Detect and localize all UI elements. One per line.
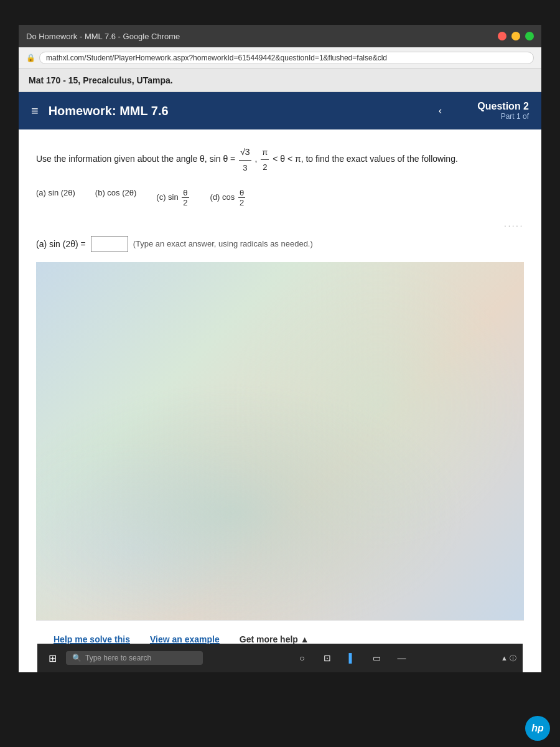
part-c-fraction: θ 2 [182, 188, 189, 207]
chrome-window: Do Homework - MML 7.6 - Google Chrome 🔒 … [19, 25, 541, 672]
close-button[interactable] [498, 32, 506, 40]
pi-fraction: π 2 [261, 145, 269, 175]
taskbar-search-box[interactable]: 🔍 [66, 651, 203, 665]
url-input[interactable]: mathxl.com/Student/PlayerHomework.aspx?h… [39, 52, 534, 64]
taskbar-cortana[interactable]: ○ [292, 648, 312, 668]
title-bar: Do Homework - MML 7.6 - Google Chrome [19, 25, 541, 47]
question-area: Use the information given about the angl… [19, 129, 541, 672]
menu-icon[interactable]: ≡ [31, 104, 39, 118]
start-button[interactable]: ⊞ [44, 649, 61, 667]
parts-row: (a) sin (2θ) (b) cos (2θ) (c) sin θ 2 [36, 188, 524, 207]
answer-label: (a) sin (2θ) = [36, 239, 86, 249]
help-me-solve-button[interactable]: Help me solve this [54, 634, 130, 644]
answer-input[interactable] [91, 236, 128, 252]
pi-num: π [261, 145, 269, 160]
constraint-text: π 2 < θ < π, to find the exact values of… [259, 154, 458, 164]
taskbar-item-2[interactable]: — [392, 648, 412, 668]
homework-header: ≡ Homework: MML 7.6 ‹ Question 2 Part 1 … [19, 92, 541, 129]
sin-fraction: √3 3 [239, 144, 251, 176]
part-d-label: (d) cos θ 2 [210, 188, 247, 207]
question-badge: Question 2 Part 1 of [477, 101, 529, 121]
question-part: Part 1 of [477, 112, 529, 121]
part-d-fraction: θ 2 [238, 188, 245, 207]
taskbar-task-view[interactable]: ⊡ [317, 648, 337, 668]
course-title: Mat 170 - 15, Precalculus, UTampa. [29, 75, 173, 85]
answer-hint: (Type an exact answer, using radicals as… [133, 239, 313, 248]
dots-divider: ..... [36, 220, 524, 228]
minimize-button[interactable] [511, 32, 520, 40]
taskbar-right: ▲ ⓘ [501, 654, 516, 663]
laptop-bezel: Do Homework - MML 7.6 - Google Chrome 🔒 … [0, 0, 560, 747]
taskbar-clock: ▲ ⓘ [501, 654, 516, 663]
taskbar-center: ○ ⊡ ▌ ▭ — [208, 648, 496, 668]
homework-title: Homework: MML 7.6 [49, 104, 169, 118]
screen: Do Homework - MML 7.6 - Google Chrome 🔒 … [19, 25, 541, 672]
lock-icon: 🔒 [26, 54, 35, 62]
fraction-numerator: √3 [239, 144, 251, 161]
hp-logo: hp [525, 716, 550, 741]
search-icon: 🔍 [72, 654, 82, 662]
pi-den: 2 [261, 160, 268, 174]
question-text: Use the information given about the angl… [36, 144, 524, 176]
swirl-background [36, 262, 524, 620]
get-more-help-button[interactable]: Get more help ▲ [240, 634, 309, 644]
nav-arrow[interactable]: ‹ [439, 105, 442, 116]
question-number: Question 2 [477, 101, 529, 112]
taskbar-file-explorer[interactable]: ▌ [342, 648, 362, 668]
part-a-label: (a) sin (2θ) [36, 188, 75, 207]
taskbar-item-1[interactable]: ▭ [367, 648, 387, 668]
part-b-label: (b) cos (2θ) [95, 188, 136, 207]
window-controls [498, 32, 534, 40]
browser-title: Do Homework - MML 7.6 - Google Chrome [26, 32, 180, 41]
maximize-button[interactable] [525, 32, 534, 40]
view-example-button[interactable]: View an example [150, 634, 220, 644]
course-header: Mat 170 - 15, Precalculus, UTampa. [19, 68, 541, 92]
windows-icon: ⊞ [49, 652, 57, 664]
answer-row: (a) sin (2θ) = (Type an exact answer, us… [36, 236, 524, 252]
url-bar: 🔒 mathxl.com/Student/PlayerHomework.aspx… [19, 47, 541, 68]
main-content: ≡ Homework: MML 7.6 ‹ Question 2 Part 1 … [19, 92, 541, 672]
fraction-denominator: 3 [241, 161, 248, 175]
search-input[interactable] [85, 654, 185, 662]
question-preamble: Use the information given about the angl… [36, 154, 235, 164]
taskbar: ⊞ 🔍 ○ ⊡ ▌ ▭ — ▲ ⓘ [37, 644, 523, 672]
content-spacer [36, 262, 524, 620]
part-c-label: (c) sin θ 2 [156, 188, 190, 207]
